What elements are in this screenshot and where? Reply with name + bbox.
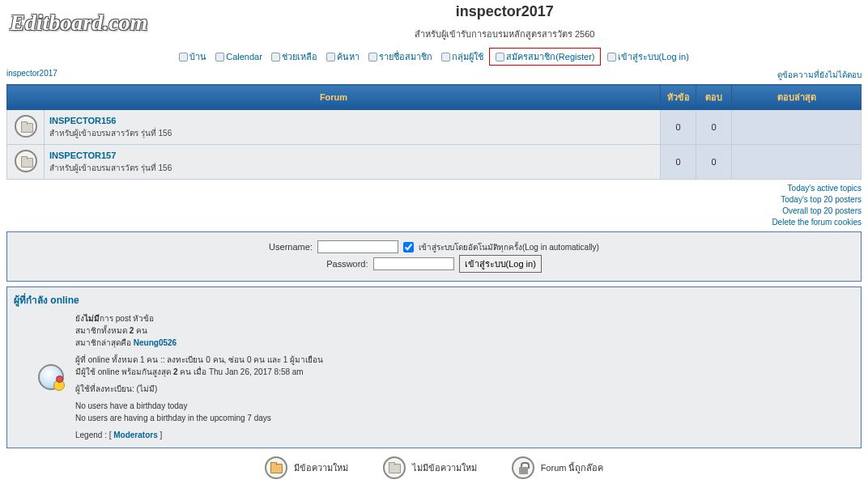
new-posts-label: มีข้อความใหม่ [294, 460, 348, 475]
nav-login[interactable]: เข้าสู่ระบบ(Log in) [607, 49, 689, 64]
new-posts-icon [265, 456, 287, 479]
nav-memberlist[interactable]: รายชื่อสมาชิก [368, 49, 432, 64]
newest-user-link[interactable]: Neung0526 [134, 338, 177, 347]
globe-icon [38, 364, 64, 390]
nav-home[interactable]: บ้าน [179, 49, 206, 64]
online-stats: ยังไม่มีการ post หัวข้อ สมาชิกทั้งหมด 2 … [75, 312, 854, 441]
forum-desc: สำหรับผู้เข้าอบรมสารวัตร รุ่นที่ 156 [49, 127, 655, 139]
topics-count: 0 [661, 145, 696, 180]
forum-table: Forum หัวข้อ ตอบ ตอบล่าสุด INSPECTOR156 … [6, 84, 862, 180]
calendar-icon [215, 53, 224, 62]
locked-icon [512, 456, 534, 479]
locked-label: Forum นี้ถูกล๊อค [541, 460, 604, 475]
col-forum: Forum [7, 85, 661, 110]
active-topics-link[interactable]: Today's active topics [6, 183, 862, 194]
password-input[interactable] [373, 257, 454, 270]
folder-icon [15, 150, 37, 172]
login-box: Username: เข้าสู่ระบบโดยอัตโนมัติทุกครั้… [6, 231, 862, 282]
home-icon [179, 53, 188, 62]
forum-row: INSPECTOR156 สำหรับผู้เข้าอบรมสารวัตร รุ… [7, 110, 862, 145]
breadcrumb[interactable]: inspector2017 [6, 69, 57, 81]
auto-login-label: เข้าสู่ระบบโดยอัตโนมัติทุกครั้ง(Log in a… [419, 241, 599, 253]
last-post [732, 110, 862, 145]
nav-faq[interactable]: ช่วยเหลือ [271, 49, 317, 64]
members-icon [368, 53, 377, 62]
site-logo[interactable]: Editboard.com [6, 5, 147, 40]
search-icon [326, 53, 335, 62]
side-links: Today's active topics Today's top 20 pos… [6, 183, 862, 228]
overall-link[interactable]: Overall top 20 posters [6, 206, 862, 217]
col-topics: หัวข้อ [661, 85, 696, 110]
site-description: สำหรับผู้เข้ารับการอบรมหลักสูตรสารวัตร 2… [147, 27, 862, 41]
help-icon [271, 53, 280, 62]
moderators-link[interactable]: Moderators [113, 431, 157, 439]
main-nav: บ้าน Calendar ช่วยเหลือ ค้นหา รายชื่อสมา… [6, 48, 862, 66]
last-post [732, 145, 862, 180]
nav-calendar[interactable]: Calendar [215, 52, 262, 62]
col-last: ตอบล่าสุด [732, 85, 862, 110]
topics-count: 0 [661, 110, 696, 145]
register-highlight: สมัครสมาชิก(Register) [489, 48, 601, 66]
login-icon [607, 53, 616, 62]
forum-row: INSPECTOR157 สำหรับผู้เข้าอบรมสารวัตร รุ… [7, 145, 862, 180]
login-button[interactable] [459, 255, 542, 273]
auto-login-checkbox[interactable] [403, 242, 414, 252]
password-label: Password: [326, 259, 368, 269]
unanswered-link[interactable]: ดูข้อความที่ยังไม่ได้ตอบ [777, 69, 862, 81]
delete-cookies-link[interactable]: Delete the forum cookies [6, 217, 862, 228]
nav-groups[interactable]: กลุ่มผู้ใช้ [441, 49, 483, 64]
footer-links: Free forum| Society and Culture| Misc| ©… [6, 484, 862, 488]
online-title: ผู้ที่กำลัง online [7, 287, 861, 309]
groups-icon [441, 53, 450, 62]
no-new-posts-icon [383, 456, 406, 479]
username-label: Username: [269, 242, 313, 252]
forum-link[interactable]: INSPECTOR156 [49, 116, 116, 125]
folder-icon [15, 115, 37, 138]
forum-desc: สำหรับผู้เข้าอบรมสารวัตร รุ่นที่ 156 [49, 162, 655, 174]
posts-count: 0 [696, 145, 732, 180]
legend-row: มีข้อความใหม่ ไม่มีข้อความใหม่ Forum นี้… [6, 448, 862, 484]
forum-link[interactable]: INSPECTOR157 [49, 151, 116, 160]
col-posts: ตอบ [696, 85, 732, 110]
no-new-posts-label: ไม่มีข้อความใหม่ [412, 460, 477, 475]
site-title: inspector2017 [147, 3, 862, 20]
username-input[interactable] [317, 240, 398, 253]
online-box: ผู้ที่กำลัง online ยังไม่มีการ post หัวข… [6, 286, 862, 448]
register-icon [496, 53, 504, 62]
nav-search[interactable]: ค้นหา [326, 49, 360, 64]
top20-link[interactable]: Today's top 20 posters [6, 194, 862, 206]
nav-register[interactable]: สมัครสมาชิก(Register) [496, 49, 594, 64]
posts-count: 0 [696, 110, 732, 145]
